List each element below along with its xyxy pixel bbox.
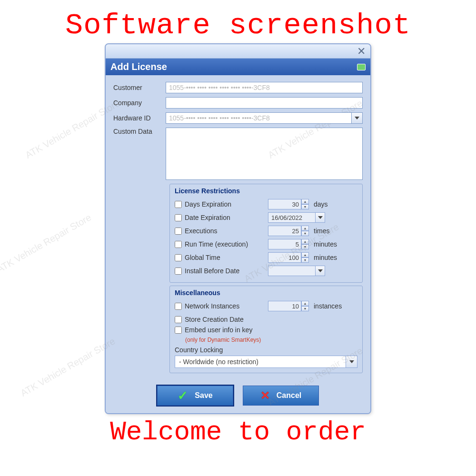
runtime-row: Run Time (execution): [175, 240, 265, 248]
spinner-up-icon[interactable]: ▲: [301, 301, 309, 306]
button-row: ✓ Save ✕ Cancel: [106, 379, 370, 413]
runtime-checkbox[interactable]: [175, 241, 182, 248]
globaltime-value[interactable]: [268, 252, 301, 263]
executions-checkbox[interactable]: [175, 228, 182, 235]
country-locking-dropdown[interactable]: [346, 356, 357, 368]
date-expiration-label: Date Expiration: [185, 214, 230, 221]
dialog-title: Add License: [110, 61, 167, 72]
card-icon: [357, 64, 366, 70]
save-button-label: Save: [195, 391, 212, 400]
spinner-up-icon[interactable]: ▲: [301, 226, 309, 231]
date-expiration-row: Date Expiration: [175, 214, 265, 221]
days-expiration-value[interactable]: [268, 199, 301, 209]
network-instances-row: Network Instances: [175, 302, 265, 310]
executions-row: Executions: [175, 227, 265, 235]
embed-user-info-row: Embed user info in key: [175, 326, 265, 334]
customdata-label: Custom Data: [113, 128, 166, 135]
customer-input[interactable]: [166, 82, 363, 93]
days-expiration-label: Days Expiration: [185, 200, 231, 208]
license-restrictions-group: License Restrictions Days Expiration ▲▼ …: [169, 184, 363, 283]
globaltime-row: Global Time: [175, 254, 265, 261]
spinner-up-icon[interactable]: ▲: [301, 239, 309, 244]
spinner-up-icon[interactable]: ▲: [301, 252, 309, 258]
store-creation-row: Store Creation Date: [175, 316, 265, 323]
country-locking-label: Country Locking: [175, 346, 357, 354]
banner-bottom: Welcome to order: [0, 414, 476, 453]
store-creation-checkbox[interactable]: [175, 316, 182, 323]
days-expiration-row: Days Expiration: [175, 200, 265, 208]
network-instances-unit: instances: [314, 302, 342, 310]
runtime-unit: minutes: [314, 240, 337, 248]
globaltime-label: Global Time: [185, 254, 220, 261]
date-expiration-value[interactable]: [268, 212, 316, 223]
spinner-down-icon[interactable]: ▼: [301, 204, 309, 209]
installbefore-dropdown[interactable]: [316, 266, 325, 276]
installbefore-label: Install Before Date: [185, 267, 239, 275]
date-expiration-checkbox[interactable]: [175, 214, 182, 221]
days-expiration-checkbox[interactable]: [175, 201, 182, 208]
chevron-down-icon: [318, 216, 323, 219]
svg-marker-0: [355, 117, 359, 119]
embed-user-info-hint: (only for Dynamic SmartKeys): [185, 337, 261, 343]
save-button[interactable]: ✓ Save: [157, 386, 233, 406]
cancel-button[interactable]: ✕ Cancel: [243, 386, 319, 406]
executions-unit: times: [314, 227, 329, 235]
chevron-down-icon: [349, 360, 354, 363]
svg-marker-3: [349, 360, 354, 363]
customer-label: Customer: [113, 84, 166, 91]
days-expiration-unit: days: [314, 200, 328, 208]
executions-value[interactable]: [268, 226, 301, 236]
x-icon: ✕: [260, 389, 270, 402]
country-locking-value[interactable]: [175, 356, 346, 368]
spinner-down-icon[interactable]: ▼: [301, 231, 309, 236]
license-restrictions-title: License Restrictions: [175, 187, 357, 195]
store-creation-label: Store Creation Date: [185, 316, 244, 323]
executions-label: Executions: [185, 227, 217, 235]
miscellaneous-group: Miscellaneous Network Instances ▲▼ insta…: [169, 286, 363, 373]
svg-marker-1: [318, 216, 323, 219]
spinner-down-icon[interactable]: ▼: [301, 258, 309, 263]
spinner-up-icon[interactable]: ▲: [301, 199, 309, 204]
embed-user-info-checkbox[interactable]: [175, 327, 182, 334]
network-instances-value[interactable]: [268, 301, 301, 311]
check-icon: ✓: [178, 388, 188, 403]
date-expiration-dropdown[interactable]: [316, 212, 325, 223]
company-input[interactable]: [166, 97, 363, 109]
globaltime-checkbox[interactable]: [175, 254, 182, 261]
dialog-header: Add License: [106, 59, 370, 75]
installbefore-value[interactable]: [268, 266, 316, 276]
chevron-down-icon: [355, 117, 359, 119]
svg-marker-2: [318, 269, 323, 272]
add-license-dialog: ✕ Add License Customer Company Hardware …: [105, 43, 371, 414]
runtime-label: Run Time (execution): [185, 240, 248, 248]
installbefore-checkbox[interactable]: [175, 268, 182, 275]
cancel-button-label: Cancel: [277, 391, 301, 400]
hardwareid-dropdown-button[interactable]: [351, 112, 363, 124]
network-instances-checkbox[interactable]: [175, 303, 182, 310]
embed-user-info-label: Embed user info in key: [185, 326, 252, 334]
window-titlebar: ✕: [106, 44, 370, 59]
miscellaneous-title: Miscellaneous: [175, 289, 357, 297]
globaltime-unit: minutes: [314, 254, 337, 261]
spinner-down-icon[interactable]: ▼: [301, 244, 309, 249]
customdata-textarea[interactable]: [166, 128, 363, 180]
company-label: Company: [113, 99, 166, 107]
installbefore-row: Install Before Date: [175, 267, 265, 275]
chevron-down-icon: [318, 269, 323, 272]
hardwareid-label: Hardware ID: [113, 114, 166, 122]
spinner-down-icon[interactable]: ▼: [301, 306, 309, 311]
network-instances-label: Network Instances: [185, 302, 239, 310]
close-icon[interactable]: ✕: [357, 45, 366, 58]
hardwareid-input[interactable]: [166, 112, 351, 124]
banner-top: Software screenshot: [0, 0, 476, 43]
runtime-value[interactable]: [268, 239, 301, 249]
